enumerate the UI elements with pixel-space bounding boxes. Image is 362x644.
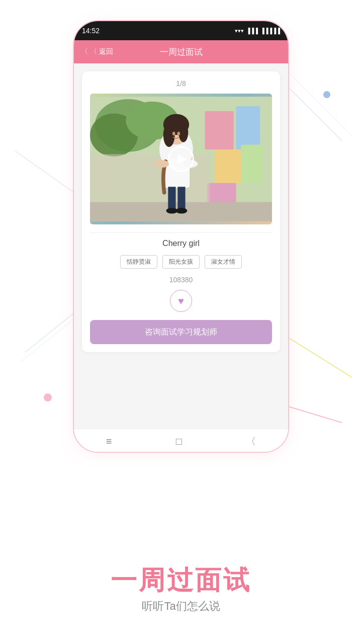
svg-point-24 [178, 123, 188, 142]
svg-point-25 [172, 132, 175, 136]
tags-row: 恬静贤淑 阳光女孩 淑女才情 [90, 255, 272, 269]
svg-point-2 [323, 91, 330, 98]
menu-icon[interactable]: ≡ [106, 436, 112, 447]
status-icons: ▾▾▾ ▐▐▐ ▐▐▐▐▐ [235, 28, 280, 34]
phone-frame: 14:52 ▾▾▾ ▐▐▐ ▐▐▐▐▐ 〈 〈 返回 一周过面试 1/8 [73, 20, 289, 453]
bottom-title: 一周过面试 [0, 566, 362, 595]
svg-rect-30 [168, 187, 175, 211]
heart-icon: ♥ [178, 295, 184, 307]
signal-icon: ▐▐▐ [246, 28, 258, 34]
nav-bar: 〈 〈 返回 一周过面试 [74, 40, 288, 63]
wifi-icon: ▾▾▾ [235, 28, 244, 34]
svg-rect-14 [236, 106, 260, 149]
svg-point-33 [176, 208, 188, 213]
status-bar: 14:52 ▾▾▾ ▐▐▐ ▐▐▐▐▐ [74, 21, 288, 40]
cta-button[interactable]: 咨询面试学习规划师 [90, 320, 272, 344]
tag-1: 恬静贤淑 [120, 255, 157, 269]
content-area: 1/8 [74, 63, 288, 429]
battery-icon: ▐▐▐▐▐ [260, 28, 280, 34]
svg-rect-31 [177, 187, 185, 211]
play-button[interactable] [168, 146, 194, 172]
svg-point-26 [177, 132, 180, 136]
person-name: Cherry girl [90, 239, 272, 248]
svg-point-5 [44, 393, 52, 401]
divider-1 [90, 232, 272, 233]
svg-point-28 [155, 160, 169, 168]
view-count: 108380 [90, 276, 272, 284]
back-label: 〈 返回 [90, 47, 113, 56]
back-chevron-icon: 〈 [81, 47, 88, 56]
status-time: 14:52 [82, 27, 100, 35]
tag-2: 阳光女孩 [162, 255, 200, 269]
bottom-nav: ≡ □ 〈 [74, 429, 288, 453]
play-triangle-icon [177, 154, 187, 164]
nav-title: 一周过面试 [160, 46, 203, 58]
svg-rect-16 [241, 144, 262, 183]
svg-rect-13 [205, 111, 234, 149]
svg-rect-15 [215, 149, 241, 183]
heart-button[interactable]: ♥ [170, 290, 192, 312]
back-button[interactable]: 〈 〈 返回 [81, 47, 113, 56]
pagination: 1/8 [90, 79, 272, 88]
home-icon[interactable]: □ [176, 436, 182, 447]
bottom-text-section: 一周过面试 听听Ta们怎么说 [0, 566, 362, 614]
tag-3: 淑女才情 [205, 255, 242, 269]
back-nav-icon[interactable]: 〈 [246, 435, 256, 448]
video-thumbnail[interactable] [90, 94, 272, 224]
bottom-subtitle: 听听Ta们怎么说 [0, 599, 362, 614]
profile-card: 1/8 [82, 71, 280, 352]
